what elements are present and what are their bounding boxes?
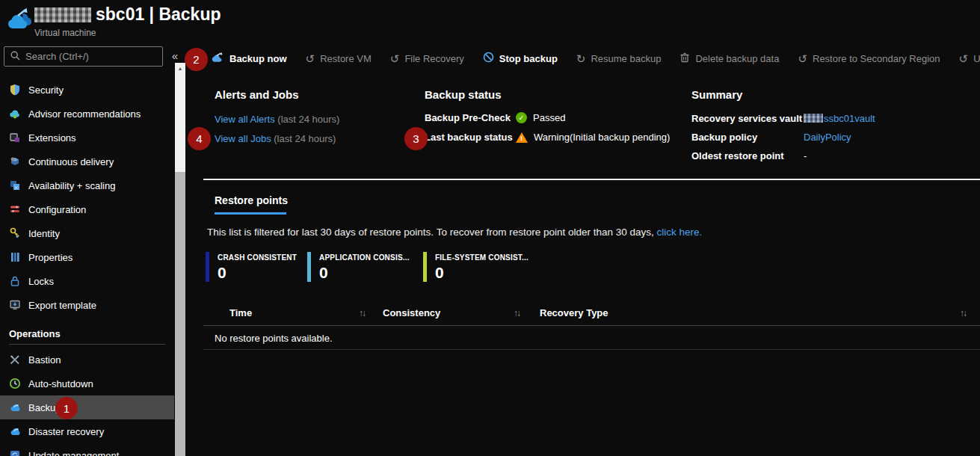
step-badge-2: 2 <box>185 48 208 71</box>
toolbar-button-label: Delete backup data <box>695 53 779 64</box>
jobs-timeframe-label: (last 24 hours) <box>274 133 336 144</box>
auto-shutdown-clock-icon <box>9 378 21 389</box>
sidebar-item-label: Update management <box>28 450 119 456</box>
sidebar-item-continuous-delivery[interactable]: Continuous delivery <box>0 150 174 173</box>
sidebar-item-export-template[interactable]: Export template <box>0 293 174 317</box>
file-recovery-button[interactable]: ↺ File Recovery <box>390 53 464 64</box>
backup-policy-label: Backup policy <box>691 132 804 143</box>
sidebar-item-label: Bastion <box>28 354 61 366</box>
counter-color-bar <box>423 252 427 282</box>
collapse-menu-button[interactable]: « <box>167 49 182 64</box>
properties-icon <box>9 251 21 263</box>
counter-color-bar <box>307 252 311 282</box>
restore-icon: ↺ <box>798 53 807 64</box>
step-badge-4: 4 <box>188 127 211 150</box>
toolbar-button-label: Backup now <box>229 53 287 64</box>
filter-note-text: This list is filtered for last 30 days o… <box>207 227 654 238</box>
backup-now-icon <box>212 52 224 64</box>
restore-points-table-header: Time ↑↓ Consistency ↑↓ Recovery Type ↑↓ <box>203 302 980 326</box>
continuous-delivery-icon <box>9 155 21 167</box>
oldest-restore-point-row: Oldest restore point - <box>691 150 807 161</box>
toolbar-button-label: Undelete <box>973 53 980 64</box>
last-backup-status-row: Last backup status ! Warning(Initial bac… <box>425 132 670 143</box>
scrollbar-thumb[interactable] <box>175 172 185 456</box>
backup-status-section: Backup status <box>425 88 502 101</box>
restore-vm-button[interactable]: ↺ Restore VM <box>306 53 372 64</box>
counter-label: CRASH CONSISTENT <box>218 253 297 262</box>
backup-cloud-icon <box>9 401 21 413</box>
recovery-vault-row: Recovery services vault ssbc01vault <box>691 113 875 124</box>
backup-status-heading: Backup status <box>425 88 502 101</box>
column-header-time[interactable]: Time <box>229 307 252 318</box>
sidebar-item-security[interactable]: Security <box>0 78 174 102</box>
resume-backup-button[interactable]: ↻ Resume backup <box>576 53 662 64</box>
oldest-restore-point-value: - <box>804 150 807 161</box>
restore-icon: ↺ <box>306 53 315 64</box>
empty-table-row: No restore points available. <box>203 327 980 350</box>
sidebar-item-label: Security <box>28 84 64 96</box>
column-header-consistency[interactable]: Consistency <box>383 307 440 318</box>
sort-icon-consistency[interactable]: ↑↓ <box>514 308 520 318</box>
undelete-button[interactable]: ↺ Undelete <box>959 53 980 64</box>
tab-restore-points[interactable]: Restore points <box>215 194 288 206</box>
page-title-text: sbc01 | Backup <box>96 4 221 25</box>
scrollbar-up-arrow-icon[interactable]: ▲ <box>175 63 185 74</box>
sidebar-item-backup[interactable]: Backup <box>0 395 174 419</box>
identity-key-icon <box>9 227 21 239</box>
sort-icon-recovery-type[interactable]: ↑↓ <box>960 308 966 318</box>
resource-menu: Security Advisor recommendations Extensi… <box>0 78 174 456</box>
sidebar-item-auto-shutdown[interactable]: Auto-shutdown <box>0 372 174 395</box>
section-divider <box>203 179 980 180</box>
disaster-recovery-cloud-icon <box>9 425 21 437</box>
redacted-vault-prefix <box>804 114 823 123</box>
view-all-alerts-link[interactable]: View all Alerts <box>215 114 275 125</box>
shield-icon <box>9 84 21 96</box>
application-consistent-counter: APPLICATION CONSIS... 0 <box>307 252 410 282</box>
stop-backup-button[interactable]: Stop backup <box>483 52 558 65</box>
view-all-jobs-link[interactable]: View all Jobs <box>215 133 271 144</box>
restore-secondary-region-button[interactable]: ↺ Restore to Secondary Region <box>798 53 940 64</box>
sidebar-item-update-management[interactable]: Update management <box>0 443 174 456</box>
empty-message: No restore points available. <box>215 333 333 344</box>
sidebar-item-availability-scaling[interactable]: Availability + scaling <box>0 173 174 197</box>
sidebar-item-bastion[interactable]: Bastion <box>0 348 174 372</box>
stop-backup-icon <box>483 52 494 65</box>
alerts-and-jobs-section: Alerts and Jobs View all Alerts (last 24… <box>215 88 339 146</box>
summary-heading: Summary <box>691 88 742 101</box>
backup-precheck-value: Passed <box>533 112 565 123</box>
page-title: sbc01 | Backup <box>34 4 221 25</box>
counter-value: 0 <box>218 264 297 282</box>
update-management-icon <box>9 449 21 456</box>
success-check-icon: ✓ <box>516 112 527 123</box>
sidebar-item-extensions[interactable]: Extensions <box>0 126 174 150</box>
search-input[interactable] <box>25 51 157 62</box>
file-system-consistent-counter: FILE-SYSTEM CONSIST... 0 <box>423 252 528 282</box>
trash-icon <box>679 52 690 65</box>
sort-icon-time[interactable]: ↑↓ <box>359 308 365 318</box>
recovery-vault-link[interactable]: ssbc01vault <box>804 113 875 124</box>
delete-backup-data-button[interactable]: Delete backup data <box>679 52 779 65</box>
last-backup-status-label: Last backup status <box>425 132 516 143</box>
backup-policy-link[interactable]: DailyPolicy <box>804 132 851 143</box>
sidebar-item-locks[interactable]: Locks <box>0 269 174 293</box>
backup-now-button[interactable]: Backup now <box>212 52 287 64</box>
menu-search[interactable] <box>4 46 163 67</box>
column-header-recovery-type[interactable]: Recovery Type <box>540 307 608 318</box>
resume-icon: ↻ <box>576 53 586 64</box>
azure-portal-backup-blade: sbc01 | Backup Virtual machine « Backup … <box>0 0 980 456</box>
warning-exclaim: ! <box>520 135 523 142</box>
sidebar-item-advisor-recommendations[interactable]: Advisor recommendations <box>0 102 174 126</box>
click-here-link[interactable]: click here. <box>657 227 703 238</box>
export-template-icon <box>9 299 21 311</box>
sidebar-item-identity[interactable]: Identity <box>0 221 174 245</box>
sidebar-item-properties[interactable]: Properties <box>0 245 174 269</box>
sidebar-item-label: Availability + scaling <box>28 180 115 191</box>
sidebar-item-configuration[interactable]: Configuration <box>0 197 174 221</box>
undelete-icon: ↺ <box>959 53 969 64</box>
bastion-icon <box>9 354 21 366</box>
sidebar-item-label: Disaster recovery <box>28 426 104 437</box>
toolbar-button-label: Stop backup <box>499 53 558 64</box>
sidebar-item-label: Auto-shutdown <box>28 378 93 389</box>
sidebar-item-disaster-recovery[interactable]: Disaster recovery <box>0 419 174 443</box>
content-scrollbar[interactable]: ▲ <box>175 63 185 456</box>
